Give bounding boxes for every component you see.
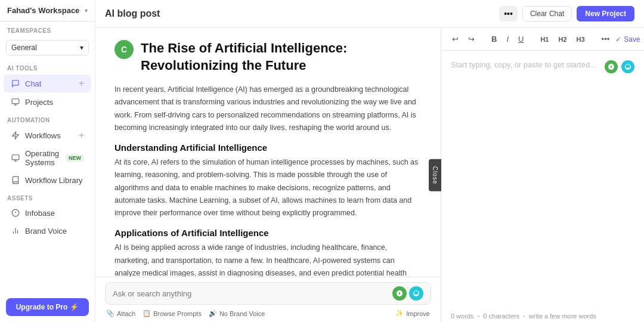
page-title: AI blog post (105, 8, 499, 19)
underline-button[interactable]: U (515, 33, 527, 45)
sidebar-item-workflow-library[interactable]: Workflow Library (4, 172, 91, 188)
more-icon: ••• (504, 9, 513, 18)
more-button[interactable]: ••• (499, 6, 518, 21)
save-label: Save (624, 35, 640, 44)
sidebar-item-chat[interactable]: Chat + (4, 75, 91, 92)
workspace-title: Fahad's Workspace (7, 6, 85, 15)
sidebar-item-brand-voice[interactable]: Brand Voice (4, 222, 91, 239)
upgrade-label: Upgrade to Pro (16, 303, 68, 311)
ai-tools-label: AI Tools (0, 59, 95, 74)
browse-prompts-button[interactable]: 📋 Browse Prompts (143, 309, 202, 317)
no-brand-voice-button[interactable]: 🔊 No Brand Voice (209, 309, 265, 317)
editor-icon-teal[interactable] (621, 60, 634, 73)
infobase-icon (11, 208, 20, 218)
workflows-label: Workflows (25, 131, 79, 140)
doc-title-line2: Revolutionizing the Future (141, 58, 306, 73)
attach-button[interactable]: 📎 Attach (106, 309, 135, 317)
document-area-wrapper: C The Rise of Artificial Intelligence: R… (95, 28, 441, 322)
word-count: 0 words • 0 characters • write a few mor… (441, 310, 644, 322)
chat-icon (11, 79, 20, 88)
redo-button[interactable]: ↪ (465, 33, 478, 45)
sidebar-item-workflows[interactable]: Workflows + (4, 126, 91, 144)
h3-button[interactable]: H3 (573, 34, 589, 45)
svg-rect-2 (12, 155, 19, 160)
improve-label: Improve (406, 310, 430, 317)
upgrade-icon: ⚡ (70, 303, 79, 311)
top-bar-actions: ••• Clear Chat New Project (499, 6, 634, 21)
improve-icon: ✨ (395, 309, 404, 317)
sidebar-item-projects[interactable]: Projects (4, 94, 91, 110)
doc-intro: In recent years, Artificial Intelligence… (114, 83, 422, 134)
toolbar-more-button[interactable]: ••• (598, 33, 614, 45)
team-selected-label: General (11, 44, 37, 52)
h1-button[interactable]: H1 (537, 34, 552, 45)
close-tab-label: Close (432, 166, 438, 184)
no-brand-voice-label: No Brand Voice (219, 310, 265, 317)
section1-heading: Understanding Artificial Intelligence (114, 143, 422, 153)
teamspaces-label: Teamspaces (0, 21, 95, 36)
team-chevron-icon: ▾ (80, 44, 83, 52)
brand-voice-icon (11, 226, 20, 236)
undo-button[interactable]: ↩ (448, 33, 462, 45)
no-brand-voice-icon: 🔊 (209, 309, 217, 317)
sidebar-item-infobase[interactable]: Infobase (4, 205, 91, 221)
infobase-label: Infobase (25, 209, 84, 218)
svg-marker-1 (13, 132, 19, 139)
browse-prompts-label: Browse Prompts (153, 310, 202, 317)
chat-add-icon[interactable]: + (79, 78, 84, 89)
automation-label: Automation (0, 111, 95, 126)
document-area: C The Rise of Artificial Intelligence: R… (95, 28, 441, 322)
dot-1: • (478, 312, 480, 320)
improve-button[interactable]: ✨ Improve (395, 309, 430, 317)
editor-icons (605, 60, 634, 73)
upgrade-button[interactable]: Upgrade to Pro ⚡ (6, 298, 89, 316)
workflows-icon (11, 131, 20, 140)
doc-title-line1: The Rise of Artificial Intelligence: (141, 41, 347, 55)
editor-icon-green[interactable] (605, 60, 618, 73)
chat-toolbar: 📎 Attach 📋 Browse Prompts 🔊 No Brand Voi… (105, 309, 431, 317)
workspace-chevron-icon: ▾ (85, 7, 88, 14)
editor-body[interactable]: Start typing, copy, or paste to get star… (441, 51, 644, 310)
content-area: C The Rise of Artificial Intelligence: R… (95, 28, 644, 322)
workspace-header[interactable]: Fahad's Workspace ▾ (0, 0, 95, 21)
browse-prompts-icon: 📋 (143, 309, 151, 317)
clear-chat-button[interactable]: Clear Chat (522, 6, 572, 21)
dot-2: • (523, 312, 525, 320)
doc-header: C The Rise of Artificial Intelligence: R… (114, 40, 422, 74)
save-button[interactable]: ✓ Save (615, 35, 640, 44)
chat-input[interactable] (113, 289, 388, 298)
attach-icon: 📎 (106, 309, 114, 317)
section2-heading: Applications of Artificial Intelligence (114, 228, 422, 238)
doc-avatar: C (114, 40, 134, 59)
chat-input-icons (392, 286, 423, 301)
team-select[interactable]: General ▾ (6, 40, 89, 55)
editor-placeholder: Start typing, copy, or paste to get star… (451, 60, 596, 69)
word-count-words: 0 words (451, 312, 474, 320)
chat-icon-teal[interactable] (409, 286, 423, 301)
doc-footer: 📎 Attach 📋 Browse Prompts 🔊 No Brand Voi… (95, 277, 441, 322)
word-count-hint: write a few more words (529, 312, 596, 320)
save-check-icon: ✓ (615, 35, 621, 44)
word-count-chars: 0 characters (483, 312, 519, 320)
new-project-button[interactable]: New Project (577, 6, 634, 21)
chat-label: Chat (25, 79, 79, 88)
top-bar: AI blog post ••• Clear Chat New Project (95, 0, 644, 28)
sidebar-bottom: Upgrade to Pro ⚡ (0, 292, 95, 322)
chat-input-bar (105, 282, 431, 305)
italic-button[interactable]: I (503, 33, 512, 45)
sidebar: Fahad's Workspace ▾ Teamspaces General ▾… (0, 0, 95, 322)
chat-icon-green[interactable] (392, 286, 407, 301)
projects-label: Projects (25, 98, 84, 107)
workflow-library-label: Workflow Library (25, 176, 84, 185)
document-body: C The Rise of Artificial Intelligence: R… (95, 28, 441, 277)
attach-label: Attach (117, 310, 135, 317)
h2-button[interactable]: H2 (555, 34, 570, 45)
workflows-add-icon[interactable]: + (79, 130, 84, 141)
sidebar-item-operating-systems[interactable]: Operating Systems NEW (4, 145, 91, 171)
close-tab[interactable]: Close (429, 159, 441, 191)
workflow-library-icon (11, 175, 20, 185)
section1-text: At its core, AI refers to the simulation… (114, 156, 422, 219)
right-panel: ↩ ↪ B I U H1 H2 H3 ••• ✓ Save Start t (441, 28, 644, 322)
bold-button[interactable]: B (488, 33, 500, 45)
svg-rect-0 (12, 99, 19, 104)
